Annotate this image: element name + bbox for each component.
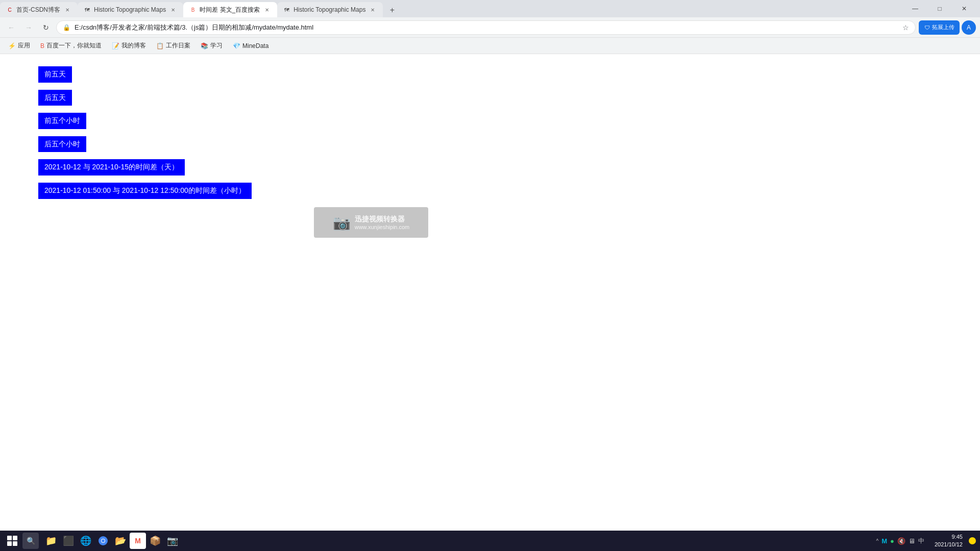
taskbar-ie[interactable]: 🌐 xyxy=(78,533,94,549)
taskbar-right: ^ M ● 🔇 🖥 中 9:45 2021/10/12 xyxy=(872,533,976,549)
watermark-url: www.xunjieshipin.com xyxy=(355,224,410,230)
close-button[interactable]: ✕ xyxy=(952,0,976,17)
start-button[interactable] xyxy=(4,533,20,549)
extension-shield-button[interactable]: 🛡 拓展上传 xyxy=(919,20,960,35)
study-icon: 📚 xyxy=(201,42,208,49)
watermark-title: 迅捷视频转换器 xyxy=(355,215,410,224)
lock-icon: 🔒 xyxy=(63,24,70,31)
taskbar-app7[interactable]: 📦 xyxy=(147,533,163,549)
taskbar-notification-badge[interactable] xyxy=(969,537,976,544)
tab-favicon-htmap2: 🗺 xyxy=(283,6,290,13)
btn-five-hours-before[interactable]: 前五个小时 xyxy=(38,113,86,129)
tab-htmap2[interactable]: 🗺 Historic Topographic Maps ✕ xyxy=(277,2,383,17)
reload-button[interactable]: ↻ xyxy=(39,20,53,35)
bookmark-star-icon[interactable]: ☆ xyxy=(902,23,909,32)
taskbar: 🔍 📁 ⬛ 🌐 📂 M 📦 📷 ^ M ● xyxy=(0,531,980,551)
btn-diff-hours[interactable]: 2021-10-12 01:50:00 与 2021-10-12 12:50:0… xyxy=(38,183,252,199)
maximize-button[interactable]: □ xyxy=(928,0,951,17)
tab-title-csdn: 首页-CSDN博客 xyxy=(16,6,60,14)
taskbar-folder[interactable]: 📂 xyxy=(112,533,129,549)
taskbar-pinned-apps: 📁 ⬛ 🌐 📂 M 📦 📷 xyxy=(43,533,181,549)
svg-point-2 xyxy=(102,539,105,542)
extension-label: 拓展上传 xyxy=(932,23,954,31)
minimize-button[interactable]: — xyxy=(903,0,927,17)
watermark-camera-icon: 📷 xyxy=(333,214,351,231)
bookmark-baidu-label: 百度一下，你就知道 xyxy=(46,41,102,50)
tab-strip: C 首页-CSDN博客 ✕ 🗺 Historic Topographic Map… xyxy=(0,0,899,17)
bookmark-apps[interactable]: ⚡ 应用 xyxy=(4,39,34,52)
new-tab-button[interactable]: + xyxy=(385,3,399,17)
btn-five-days-after[interactable]: 后五天 xyxy=(38,90,72,106)
taskbar-lang-icon[interactable]: 中 xyxy=(918,537,924,545)
taskbar-file-explorer[interactable]: 📁 xyxy=(43,533,59,549)
tab-title-baidu: 时间差 英文_百度搜索 xyxy=(200,6,260,14)
title-bar: C 首页-CSDN博客 ✕ 🗺 Historic Topographic Map… xyxy=(0,0,980,17)
address-bar-row: ← → ↻ 🔒 E:/csdn博客/开发者之家/前端技术篇/3.（js篇）日期的… xyxy=(0,17,980,38)
bookmark-minedata[interactable]: 💎 MineData xyxy=(229,40,273,52)
taskbar-app8[interactable]: 📷 xyxy=(164,533,181,549)
bookmark-worklog[interactable]: 📋 工作日案 xyxy=(152,39,194,52)
extension-area: 🛡 拓展上传 A xyxy=(919,20,976,35)
taskbar-volume-icon[interactable]: 🔇 xyxy=(897,537,905,545)
start-icon xyxy=(7,536,17,546)
page-content: 前五天 后五天 前五个小时 后五个小时 2021-10-12 与 2021-10… xyxy=(0,54,980,531)
taskbar-dot-icon: ● xyxy=(890,537,894,545)
taskbar-meeting-icon[interactable]: M xyxy=(881,537,887,545)
worklog-icon: 📋 xyxy=(156,42,164,49)
taskbar-date: 2021/10/12 xyxy=(935,541,963,548)
bookmark-study[interactable]: 📚 学习 xyxy=(197,39,227,52)
tab-close-csdn[interactable]: ✕ xyxy=(63,6,71,14)
taskbar-search-button[interactable]: 🔍 xyxy=(22,533,39,549)
bookmark-baidu[interactable]: B 百度一下，你就知道 xyxy=(36,39,106,52)
apps-icon: ⚡ xyxy=(8,42,16,49)
taskbar-time: 9:45 xyxy=(935,533,963,541)
tab-csdn[interactable]: C 首页-CSDN博客 ✕ xyxy=(0,2,78,17)
taskbar-chrome[interactable] xyxy=(95,533,111,549)
tab-title-htmap2: Historic Topographic Maps xyxy=(293,6,365,13)
tab-title-htmap1: Historic Topographic Maps xyxy=(94,6,166,13)
baidu-icon: B xyxy=(40,42,44,49)
tab-baidu-search[interactable]: B 时间差 英文_百度搜索 ✕ xyxy=(183,2,277,17)
bookmark-minedata-label: MineData xyxy=(242,42,268,49)
bookmark-myblog[interactable]: 📝 我的博客 xyxy=(108,39,150,52)
shield-icon: 🛡 xyxy=(924,24,930,31)
tab-favicon-csdn: C xyxy=(6,6,13,13)
bookmark-apps-label: 应用 xyxy=(18,41,30,50)
taskbar-mail[interactable]: M xyxy=(130,533,146,549)
watermark-text-block: 迅捷视频转换器 www.xunjieshipin.com xyxy=(355,215,410,230)
bookmark-worklog-label: 工作日案 xyxy=(166,41,190,50)
btn-diff-days[interactable]: 2021-10-12 与 2021-10-15的时间差（天） xyxy=(38,159,185,176)
btn-five-hours-after[interactable]: 后五个小时 xyxy=(38,136,86,153)
tab-close-baidu[interactable]: ✕ xyxy=(263,6,271,14)
profile-button[interactable]: A xyxy=(962,20,976,35)
watermark-overlay: 📷 迅捷视频转换器 www.xunjieshipin.com xyxy=(314,207,428,238)
window-controls: — □ ✕ xyxy=(899,0,980,17)
back-button[interactable]: ← xyxy=(4,20,18,35)
bookmark-study-label: 学习 xyxy=(210,41,223,50)
browser-frame: C 首页-CSDN博客 ✕ 🗺 Historic Topographic Map… xyxy=(0,0,980,551)
bookmark-myblog-label: 我的博客 xyxy=(121,41,146,50)
forward-button[interactable]: → xyxy=(21,20,36,35)
taskbar-network-icon[interactable]: 🖥 xyxy=(909,537,915,545)
taskbar-sys-icons: ^ M ● 🔇 🖥 中 xyxy=(872,537,928,545)
minedata-icon: 💎 xyxy=(233,42,240,49)
taskbar-terminal[interactable]: ⬛ xyxy=(60,533,77,549)
tab-close-htmap1[interactable]: ✕ xyxy=(169,6,177,14)
address-bar[interactable]: 🔒 E:/csdn博客/开发者之家/前端技术篇/3.（js篇）日期的相加减/my… xyxy=(56,20,916,35)
tab-htmap1[interactable]: 🗺 Historic Topographic Maps ✕ xyxy=(78,2,183,17)
myblog-icon: 📝 xyxy=(112,42,119,49)
taskbar-chevron-icon[interactable]: ^ xyxy=(876,538,879,544)
bookmarks-bar: ⚡ 应用 B 百度一下，你就知道 📝 我的博客 📋 工作日案 📚 学习 💎 Mi… xyxy=(0,38,980,54)
tab-favicon-htmap1: 🗺 xyxy=(84,6,91,13)
tab-favicon-baidu: B xyxy=(189,6,197,13)
tab-close-htmap2[interactable]: ✕ xyxy=(369,6,377,14)
btn-five-days-before[interactable]: 前五天 xyxy=(38,66,72,83)
taskbar-clock[interactable]: 9:45 2021/10/12 xyxy=(930,533,967,549)
address-url: E:/csdn博客/开发者之家/前端技术篇/3.（js篇）日期的相加减/myda… xyxy=(75,23,898,32)
